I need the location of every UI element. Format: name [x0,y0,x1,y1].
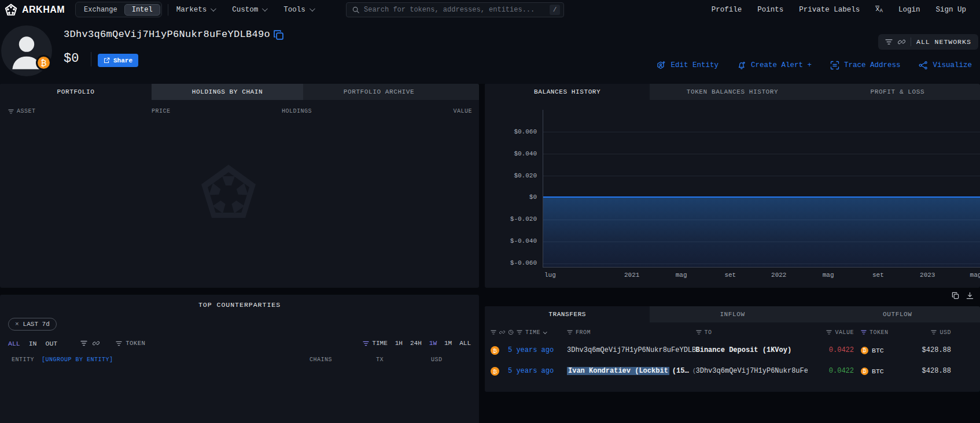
signup-link[interactable]: Sign Up [935,6,966,14]
edit-entity-button[interactable]: Edit Entity [657,61,719,70]
edit-entity-icon [657,61,666,70]
column-token[interactable]: TOKEN [854,329,900,336]
tab-balances-history[interactable]: BALANCES HISTORY [485,84,650,100]
transfer-from-address[interactable]: 3Dhv3q6mQeVij7H1yP6Nukr8uFeYDLB49o [567,346,696,354]
custom-menu[interactable]: Custom [232,6,266,14]
share-icon [104,57,110,64]
tab-profit-loss[interactable]: PROFIT & LOSS [815,84,980,100]
filter-icon[interactable] [80,340,87,347]
balances-chart[interactable]: $0.060 $0.040 $0.020 $0 $-0.020 $-0.040 … [485,100,980,288]
balances-history-panel: BALANCES HISTORY TOKEN BALANCES HISTORY … [485,84,980,288]
time-range-1h[interactable]: 1H [395,340,403,347]
transfer-time-link[interactable]: 5 years ago [508,346,567,354]
x-axis-tick: set [872,272,884,279]
ungroup-by-entity-link[interactable]: [UNGROUP BY ENTITY] [42,357,113,363]
x-axis-tick: set [724,272,736,279]
gridline [543,132,980,132]
tab-token-balances-history[interactable]: TOKEN BALANCES HISTORY [650,84,815,100]
column-from[interactable]: FROM [567,329,696,336]
time-range-24h[interactable]: 24H [410,340,422,347]
y-axis-tick: $0.020 [491,172,537,179]
column-usd: USD [431,357,443,363]
transfer-token[interactable]: ₿ BTC [854,368,900,375]
token-filter[interactable]: TOKEN [116,340,145,347]
transfer-row[interactable]: ₿ 5 years ago 3Dhv3q6mQeVij7H1yP6Nukr8uF… [485,340,980,361]
header-divider [91,52,91,66]
tools-menu[interactable]: Tools [283,6,314,14]
direction-filter-all[interactable]: ALL [8,340,20,347]
y-axis-tick: $-0.040 [491,238,537,244]
gridline [543,220,980,220]
tab-transfers[interactable]: TRANSFERS [485,306,650,322]
trace-address-button[interactable]: Trace Address [830,61,901,70]
y-axis-tick: $0.040 [491,150,537,157]
filter-icon [696,329,702,335]
arkham-brand[interactable]: ARKHAM [5,3,65,16]
transfers-header-row: TIME FROM TO VALUE TOKEN USD [485,325,980,340]
transfer-time-link[interactable]: 5 years ago [508,367,567,375]
time-range-1w[interactable]: 1W [429,340,437,347]
time-filter-label[interactable]: TIME [363,340,387,347]
transfer-from-entity[interactable]: Ivan Kondratiev (Lockbit(15…(+1) [567,367,696,375]
points-link[interactable]: Points [757,6,783,14]
filter-icon-active [861,329,867,335]
transfer-row[interactable]: ₿ 5 years ago Ivan Kondratiev (Lockbit(1… [485,361,980,381]
transfer-token[interactable]: ₿ BTC [854,347,900,354]
trace-icon [830,61,839,70]
login-link[interactable]: Login [898,6,920,14]
gridline [543,154,980,154]
translate-icon[interactable]: xA [875,5,883,14]
transfer-to-entity[interactable]: Binance Deposit (1KVoy) [696,346,808,354]
tab-inflow[interactable]: INFLOW [650,306,815,322]
search-input[interactable] [364,6,550,14]
tab-outflow[interactable]: OUTFLOW [815,306,980,322]
arkham-logo-icon [5,3,17,16]
markets-menu[interactable]: Markets [176,6,215,14]
exchange-intel-toggle: Exchange Intel [75,2,162,17]
tab-portfolio[interactable]: PORTFOLIO [0,84,152,100]
column-asset[interactable]: ASSET [8,108,36,114]
x-axis-tick: 2023 [920,272,935,279]
column-time[interactable]: TIME [508,329,567,336]
filter-icon [826,329,832,335]
last-7d-filter-chip[interactable]: × LAST 7d [8,318,57,331]
copy-table-icon[interactable] [952,292,959,299]
transfers-panel: TRANSFERS INFLOW OUTFLOW TIME FROM TO [485,306,980,392]
copy-address-icon[interactable] [273,29,284,40]
visualize-button[interactable]: Visualize [919,61,972,70]
direction-filter-out[interactable]: OUT [46,340,58,347]
create-alert-button[interactable]: Create Alert + [737,61,812,70]
gridline [543,264,980,264]
clock-icon [508,329,514,335]
arkham-watermark [200,164,257,221]
column-usd[interactable]: USD [900,329,951,336]
profile-link[interactable]: Profile [712,6,742,14]
x-axis-tick: mag [970,272,980,279]
time-range-1m[interactable]: 1M [444,340,452,347]
exchange-toggle-button[interactable]: Exchange [77,5,124,15]
filter-icon[interactable] [491,329,496,335]
network-selector[interactable]: ALL NETWORKS [878,34,978,50]
main-content: PORTFOLIO HOLDINGS BY CHAIN PORTFOLIO AR… [0,84,980,423]
zero-balance-line [543,196,980,198]
download-icon[interactable] [966,292,974,299]
intel-toggle-button[interactable]: Intel [124,4,160,16]
link-icon[interactable] [499,329,505,335]
x-axis-tick: mag [676,272,687,279]
column-to[interactable]: TO [696,329,808,336]
link-icon[interactable] [93,340,100,347]
share-button[interactable]: Share [98,54,138,67]
close-icon[interactable]: × [15,321,19,328]
portfolio-balance: $0 [64,51,79,66]
transfer-to-address[interactable]: 3Dhv3q6mQeVij7H1yP6Nukr8uFeYDLB49o [696,367,808,375]
direction-filter-in[interactable]: IN [29,340,37,347]
private-labels-link[interactable]: Private Labels [799,6,860,14]
transfer-usd: $428.88 [900,346,951,354]
tab-portfolio-archive[interactable]: PORTFOLIO ARCHIVE [303,84,455,100]
tab-holdings-by-chain[interactable]: HOLDINGS BY CHAIN [152,84,303,100]
search-icon [352,6,359,13]
time-range-all[interactable]: ALL [459,340,471,347]
column-value[interactable]: VALUE [808,329,854,336]
global-search: / [346,2,564,17]
column-chains: CHAINS [310,357,332,363]
